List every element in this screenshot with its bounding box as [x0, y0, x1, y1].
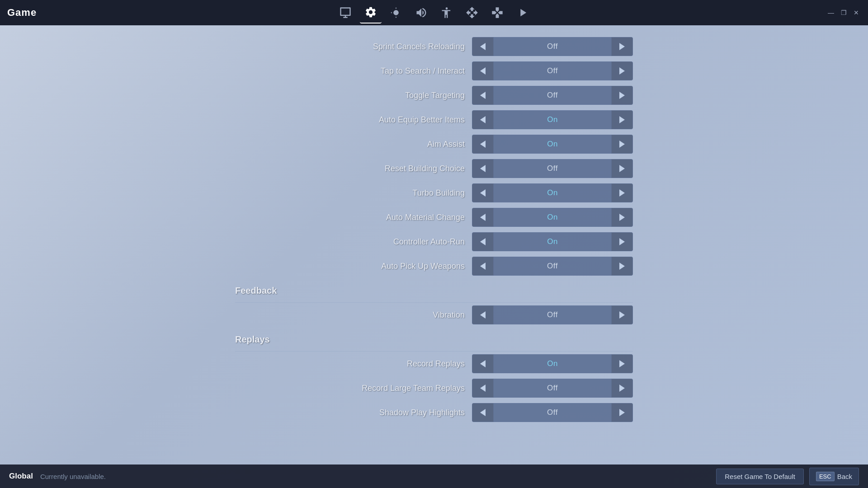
setting-row-record-replays: Record Replays On [226, 352, 642, 376]
controller-auto-run-value: On [494, 232, 611, 251]
setting-control-aim-assist: On [472, 135, 633, 154]
back-label: Back [837, 473, 852, 480]
setting-control-sprint: Off [472, 37, 633, 56]
close-button[interactable]: ✕ [852, 8, 861, 17]
setting-label-vibration: Vibration [273, 310, 472, 320]
replays-section-header: Replays [226, 327, 642, 351]
auto-material-left-btn[interactable] [472, 208, 494, 227]
setting-row-record-large-team: Record Large Team Replays Off [226, 376, 642, 400]
replays-title: Replays [235, 334, 633, 345]
record-large-team-value: Off [494, 379, 611, 398]
setting-control-record-replays: On [472, 354, 633, 373]
restore-button[interactable]: ❐ [839, 8, 848, 17]
auto-equip-left-btn[interactable] [472, 110, 494, 129]
right-arrow-icon [619, 165, 625, 172]
esc-badge: ESC [816, 472, 835, 481]
right-arrow-icon [619, 385, 625, 392]
left-arrow-icon [480, 238, 486, 245]
bottom-bar: Global Currently unavailable. Reset Game… [0, 465, 868, 488]
right-arrow-icon [619, 67, 625, 75]
esc-back-button[interactable]: ESC Back [809, 468, 859, 485]
nav-replay[interactable] [512, 2, 533, 23]
record-replays-right-btn[interactable] [611, 354, 633, 373]
aim-assist-value: On [494, 135, 611, 154]
setting-label-auto-pickup: Auto Pick Up Weapons [273, 262, 472, 271]
reset-building-left-btn[interactable] [472, 159, 494, 178]
main-content: Sprint Cancels Reloading Off Tap to Sear… [0, 25, 868, 465]
turbo-building-value: On [494, 183, 611, 202]
reset-game-default-button[interactable]: Reset Game To Default [716, 469, 804, 484]
auto-material-right-btn[interactable] [611, 208, 633, 227]
setting-control-auto-equip: On [472, 110, 633, 129]
turbo-building-right-btn[interactable] [611, 183, 633, 202]
nav-brightness[interactable] [385, 2, 407, 23]
auto-pickup-right-btn[interactable] [611, 257, 633, 276]
vibration-right-btn[interactable] [611, 305, 633, 324]
setting-label-reset-building: Reset Building Choice [273, 164, 472, 174]
setting-control-shadow-play: Off [472, 403, 633, 422]
tap-search-right-btn[interactable] [611, 61, 633, 80]
left-arrow-icon [480, 385, 486, 392]
setting-row-controller-auto-run: Controller Auto-Run On [226, 230, 642, 254]
tap-search-left-btn[interactable] [472, 61, 494, 80]
record-replays-value: On [494, 354, 611, 373]
nav-monitor[interactable] [335, 2, 356, 23]
reset-building-right-btn[interactable] [611, 159, 633, 178]
setting-label-auto-material: Auto Material Change [273, 213, 472, 222]
nav-volume[interactable] [410, 2, 432, 23]
nav-accessibility[interactable] [436, 2, 458, 23]
record-replays-left-btn[interactable] [472, 354, 494, 373]
vibration-left-btn[interactable] [472, 305, 494, 324]
title-bar: Game — [0, 0, 868, 25]
setting-row-aim-assist: Aim Assist On [226, 132, 642, 156]
shadow-play-right-btn[interactable] [611, 403, 633, 422]
controller-auto-run-right-btn[interactable] [611, 232, 633, 251]
setting-label-sprint: Sprint Cancels Reloading [273, 42, 472, 52]
setting-row-tap-search: Tap to Search / Interact Off [226, 59, 642, 83]
setting-control-controller-auto-run: On [472, 232, 633, 251]
left-arrow-icon [480, 409, 486, 416]
setting-row-turbo-building: Turbo Building On [226, 181, 642, 205]
right-arrow-icon [619, 116, 625, 123]
aim-assist-right-btn[interactable] [611, 135, 633, 154]
sprint-left-btn[interactable] [472, 37, 494, 56]
setting-control-toggle-targeting: Off [472, 86, 633, 105]
controller-auto-run-left-btn[interactable] [472, 232, 494, 251]
left-arrow-icon [480, 92, 486, 99]
setting-control-reset-building: Off [472, 159, 633, 178]
nav-gear[interactable] [360, 2, 382, 23]
right-arrow-icon [619, 92, 625, 99]
auto-pickup-left-btn[interactable] [472, 257, 494, 276]
left-arrow-icon [480, 360, 486, 367]
minimize-button[interactable]: — [826, 8, 835, 17]
setting-label-auto-equip: Auto Equip Better Items [273, 115, 472, 125]
toggle-targeting-value: Off [494, 86, 611, 105]
right-arrow-icon [619, 189, 625, 197]
nav-input[interactable] [461, 2, 483, 23]
toggle-targeting-left-btn[interactable] [472, 86, 494, 105]
setting-label-record-replays: Record Replays [273, 359, 472, 369]
setting-label-shadow-play: Shadow Play Highlights [273, 408, 472, 418]
record-large-team-right-btn[interactable] [611, 379, 633, 398]
window-controls: — ❐ ✕ [826, 8, 861, 17]
sprint-right-btn[interactable] [611, 37, 633, 56]
setting-row-auto-equip: Auto Equip Better Items On [226, 108, 642, 132]
nav-icons [335, 2, 533, 23]
left-arrow-icon [480, 263, 486, 270]
aim-assist-left-btn[interactable] [472, 135, 494, 154]
shadow-play-value: Off [494, 403, 611, 422]
settings-panel: Sprint Cancels Reloading Off Tap to Sear… [226, 25, 642, 465]
sprint-value: Off [494, 37, 611, 56]
turbo-building-left-btn[interactable] [472, 183, 494, 202]
left-arrow-icon [480, 311, 486, 319]
app-title: Game [7, 7, 37, 19]
shadow-play-left-btn[interactable] [472, 403, 494, 422]
toggle-targeting-right-btn[interactable] [611, 86, 633, 105]
record-large-team-left-btn[interactable] [472, 379, 494, 398]
auto-equip-right-btn[interactable] [611, 110, 633, 129]
nav-gamepad[interactable] [486, 2, 508, 23]
feedback-section-header: Feedback [226, 278, 642, 302]
right-arrow-icon [619, 141, 625, 148]
auto-material-value: On [494, 208, 611, 227]
title-bar-left: Game [7, 7, 37, 19]
